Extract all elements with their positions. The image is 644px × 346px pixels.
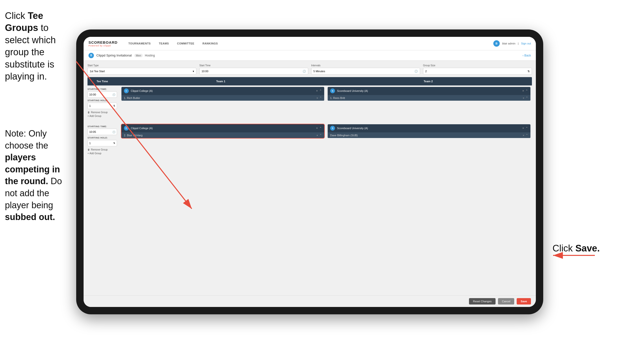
remove-group-label-1: Remove Group bbox=[91, 111, 108, 114]
cancel-button[interactable]: Cancel bbox=[498, 298, 514, 305]
intervals-group: Intervals 5 Minutes 🕙 bbox=[311, 64, 420, 75]
main-area: Start Type 1st Tee Start ▾ Start Time 10… bbox=[84, 61, 536, 296]
tee-side-1: STARTING TIME: 10:00 🕙 STARTING HOLE: 1 … bbox=[88, 85, 120, 120]
player-chevron-2-2[interactable]: ⌃ bbox=[526, 134, 528, 137]
team2-chevron-2[interactable]: ⌃ bbox=[526, 126, 528, 130]
nav-right: B blair admin | Sign out bbox=[493, 40, 531, 47]
team2-icon-1: S bbox=[330, 88, 335, 93]
action-bar: Reset Changes Cancel Save bbox=[84, 296, 536, 307]
add-group-btn-2[interactable]: + Add Group bbox=[88, 152, 117, 155]
team1-header-1: C Clippd College (A) × ⌃ bbox=[122, 87, 324, 95]
starting-time-label-1: STARTING TIME: bbox=[88, 88, 117, 90]
logo-title: SCOREBOARD bbox=[88, 40, 118, 44]
add-group-label-1: + Add Group bbox=[88, 115, 101, 117]
team1-chevron-2[interactable]: ⌃ bbox=[319, 126, 322, 130]
player-x-1-1[interactable]: × bbox=[316, 96, 318, 99]
remove-group-btn-1[interactable]: 🗑 Remove Group bbox=[88, 111, 117, 114]
remove-group-icon-1: 🗑 bbox=[88, 111, 90, 114]
starting-hole-input-1[interactable]: 1 ⇅ bbox=[88, 103, 117, 109]
starting-time-input-2[interactable]: 10:05 🕙 bbox=[88, 129, 117, 135]
player-chevron-2-1[interactable]: ⌃ bbox=[526, 96, 528, 99]
team2-x-btn-2[interactable]: × bbox=[522, 126, 524, 130]
add-group-btn-1[interactable]: + Add Group bbox=[88, 115, 117, 117]
team2-col-1: S Scoreboard University (A) × ⌃ 1. Rees … bbox=[326, 85, 532, 120]
tablet-device: SCOREBOARD Powered by clippd TOURNAMENTS… bbox=[76, 29, 543, 314]
tee-actions-2: 🗑 Remove Group + Add Group bbox=[88, 148, 117, 155]
player-chevron-1-2[interactable]: ⌃ bbox=[320, 134, 322, 137]
annotation-note-bold2: subbed out. bbox=[5, 212, 55, 222]
player-x-2-2[interactable]: × bbox=[523, 134, 524, 137]
player-x-2-1[interactable]: × bbox=[523, 96, 524, 99]
nav-logo: SCOREBOARD Powered by clippd bbox=[88, 40, 118, 47]
team2-header-2: S Scoreboard University (A) × ⌃ bbox=[328, 124, 530, 132]
team2-col-2: S Scoreboard University (A) × ⌃ Dave Bil… bbox=[326, 123, 532, 157]
team1-chevron-1[interactable]: ⌃ bbox=[319, 89, 322, 93]
team2-card-1: S Scoreboard University (A) × ⌃ 1. Rees … bbox=[328, 87, 530, 101]
team1-card-2[interactable]: C Clippd College (A) × ⌃ 2. Blair McHarg bbox=[122, 124, 324, 138]
team2-chevron-1[interactable]: ⌃ bbox=[526, 89, 528, 93]
nav-rankings[interactable]: RANKINGS bbox=[199, 40, 222, 46]
sign-out-link[interactable]: Sign out bbox=[521, 42, 531, 45]
start-time-clock: 🕙 bbox=[302, 70, 306, 73]
subnav: B Clippd Spring Invitational Men Hosting… bbox=[84, 50, 536, 61]
team2-controls-2: × ⌃ bbox=[522, 126, 528, 130]
hole-arrows-1: ⇅ bbox=[113, 105, 115, 107]
remove-group-btn-2[interactable]: 🗑 Remove Group bbox=[88, 148, 117, 151]
team1-col-1: C Clippd College (A) × ⌃ 1. Rich Butler bbox=[120, 85, 326, 120]
team1-controls-1: × ⌃ bbox=[316, 89, 322, 93]
start-type-group: Start Type 1st Tee Start ▾ bbox=[88, 64, 196, 75]
team1-controls-2: × ⌃ bbox=[316, 126, 322, 130]
starting-time-input-1[interactable]: 10:00 🕙 bbox=[88, 91, 117, 98]
group-size-arrows: ⇅ bbox=[528, 70, 530, 73]
starting-time-val-2: 10:05 bbox=[89, 130, 96, 133]
back-button[interactable]: ‹ Back bbox=[522, 54, 531, 57]
annotation-note-part1: Note: Only choose the bbox=[5, 128, 48, 151]
subnav-badge: Men bbox=[134, 54, 143, 57]
player-row-1-1: 1. Rich Butler × ⌃ bbox=[122, 95, 324, 101]
clock-icon-2: 🕙 bbox=[112, 131, 115, 133]
start-time-value: 10:00 bbox=[202, 70, 208, 73]
user-name: blair admin bbox=[502, 42, 516, 45]
team1-card-1: C Clippd College (A) × ⌃ 1. Rich Butler bbox=[122, 87, 324, 101]
team1-x-btn-1[interactable]: × bbox=[316, 89, 318, 93]
intervals-label: Intervals bbox=[311, 64, 420, 67]
player-x-1-2[interactable]: × bbox=[316, 134, 318, 137]
start-time-group: Start Time 10:00 🕙 bbox=[199, 64, 308, 75]
tee-actions-1: 🗑 Remove Group + Add Group bbox=[88, 111, 117, 117]
player-name-2-1: 1. Rees Britt bbox=[330, 96, 521, 99]
start-time-input[interactable]: 10:00 🕙 bbox=[199, 68, 308, 75]
start-type-input[interactable]: 1st Tee Start ▾ bbox=[88, 68, 196, 75]
player-name-1-2: 2. Blair McHarg bbox=[124, 134, 315, 137]
remove-group-label-2: Remove Group bbox=[91, 148, 108, 151]
start-type-label: Start Type bbox=[88, 64, 196, 67]
team1-x-btn-2[interactable]: × bbox=[316, 126, 318, 130]
team2-header: Team 2 bbox=[324, 80, 532, 83]
remove-group-icon-2: 🗑 bbox=[88, 148, 90, 151]
save-button[interactable]: Save bbox=[517, 298, 531, 305]
team2-card-2: S Scoreboard University (A) × ⌃ Dave Bil… bbox=[328, 124, 530, 138]
starting-hole-input-2[interactable]: 1 ⇅ bbox=[88, 140, 117, 146]
top-form-row: Start Type 1st Tee Start ▾ Start Time 10… bbox=[88, 64, 532, 75]
group-size-input[interactable]: 2 ⇅ bbox=[423, 68, 532, 75]
team2-header-1: S Scoreboard University (A) × ⌃ bbox=[328, 87, 530, 95]
nav-tournaments[interactable]: TOURNAMENTS bbox=[125, 40, 154, 46]
annotation-save-text: Click bbox=[552, 243, 576, 253]
starting-time-val-1: 10:00 bbox=[89, 93, 96, 96]
annotation-note: Note: Only choose the players competing … bbox=[0, 123, 76, 228]
user-avatar: B bbox=[493, 40, 500, 47]
intervals-input[interactable]: 5 Minutes 🕙 bbox=[311, 68, 420, 75]
team2-controls-1: × ⌃ bbox=[522, 89, 528, 93]
hole-arrows-2: ⇅ bbox=[113, 142, 115, 144]
annotation-save-bold: Save. bbox=[576, 243, 600, 253]
player-row-1-2: 2. Blair McHarg × ⌃ bbox=[122, 132, 324, 138]
team2-icon-2: S bbox=[330, 126, 335, 131]
player-name-1-1: 1. Rich Butler bbox=[124, 96, 315, 99]
team2-x-btn-1[interactable]: × bbox=[522, 89, 524, 93]
add-group-label-2: + Add Group bbox=[88, 152, 101, 155]
team1-name-2: Clippd College (A) bbox=[131, 127, 314, 130]
nav-committee[interactable]: COMMITTEE bbox=[174, 40, 198, 46]
player-chevron-1-1[interactable]: ⌃ bbox=[320, 96, 322, 99]
reset-changes-button[interactable]: Reset Changes bbox=[469, 298, 496, 305]
nav-teams[interactable]: TEAMS bbox=[155, 40, 172, 46]
tee-time-header: Tee Time bbox=[88, 80, 117, 83]
